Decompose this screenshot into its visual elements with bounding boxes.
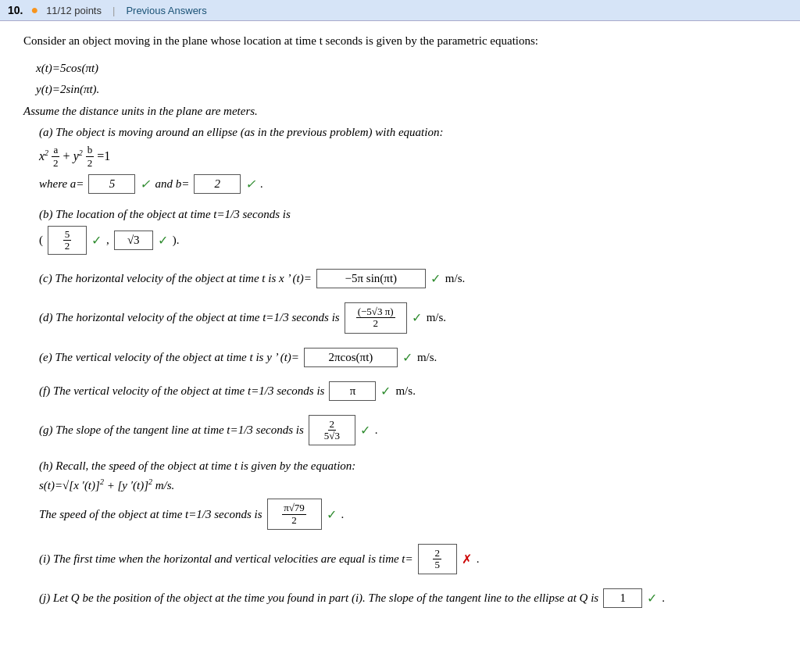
b-val2: √3 [127,234,140,247]
e-answer-box[interactable]: 2πcos(πt) [304,348,398,367]
b-val1-box[interactable]: 5 2 [48,226,87,256]
previous-answers-link[interactable]: Previous Answers [126,5,206,16]
e-unit: m/s. [417,351,437,364]
part-f-row: (f) The vertical velocity of the object … [39,381,742,401]
e-answer: 2πcos(πt) [329,351,373,364]
x-equation: x(t)=5cos(πt) [36,58,742,79]
f-check: ✓ [380,384,391,399]
a-value-box[interactable]: 5 [88,174,135,194]
speed-equation: s(t)=√[x ′(t)]2 + [y ′(t)]2 m/s. [39,477,742,492]
part-b-answer-row: ( 5 2 ✓ , √3 ✓ ). [39,226,742,256]
part-a-label: (a) The object is moving around an ellip… [39,126,742,139]
part-g-label: (g) The slope of the tangent line at tim… [39,424,304,437]
part-j-row: (j) Let Q be the position of the object … [39,588,742,608]
part-e-row: (e) The vertical velocity of the object … [39,348,742,367]
c-unit: m/s. [445,272,465,285]
h-check: ✓ [327,507,337,522]
a-check-icon: ✓ [140,177,150,191]
comma: , [106,234,109,247]
i-answer-box[interactable]: 2 5 [418,544,457,575]
part-f: (f) The vertical velocity of the object … [23,381,742,401]
points-dot: ● [30,3,38,17]
header-bar: 10. ● 11/12 points | Previous Answers [0,0,800,21]
question-number: 10. [8,4,23,16]
f-unit: m/s. [395,384,415,398]
part-d-row: (d) The horizontal velocity of the objec… [39,302,742,334]
j-answer: 1 [620,592,626,605]
c-answer-box[interactable]: −5π sin(πt) [316,269,426,288]
g-answer-box[interactable]: 2 5√3 [309,415,355,446]
part-i: (i) The first time when the horizontal a… [23,544,742,575]
paren-open: ( [39,234,43,247]
part-b-label: (b) The location of the object at time t… [39,208,742,221]
part-c: (c) The horizontal velocity of the objec… [23,269,742,288]
d-answer-box[interactable]: (−5√3 π) 2 [345,302,407,334]
paren-close: ). [173,234,180,247]
b-check-icon: ✓ [245,177,255,191]
g-check: ✓ [360,423,370,438]
part-i-row: (i) The first time when the horizontal a… [39,544,742,575]
b-value-box[interactable]: 2 [194,174,241,194]
part-g: (g) The slope of the tangent line at tim… [23,415,742,446]
part-j-label: (j) Let Q be the position of the object … [39,592,598,605]
f-answer-box[interactable]: π [329,381,376,401]
part-d: (d) The horizontal velocity of the objec… [23,302,742,334]
speed-label: The speed of the object at time t=1/3 se… [39,508,262,521]
part-e-label: (e) The vertical velocity of the object … [39,351,299,364]
part-d-label: (d) The horizontal velocity of the objec… [39,311,340,324]
part-j: (j) Let Q be the position of the object … [23,588,742,608]
f-answer: π [350,384,356,398]
i-cross: ✗ [462,552,472,567]
part-h-speed-row: The speed of the object at time t=1/3 se… [39,499,742,530]
part-f-label: (f) The vertical velocity of the object … [39,384,324,398]
j-check: ✓ [647,591,657,606]
part-a-where-row: where a= 5 ✓ and b= 2 ✓ . [39,174,742,194]
h-answer-box[interactable]: π√79 2 [267,499,322,530]
y-equation: y(t)=2sin(πt). [36,79,742,100]
part-e: (e) The vertical velocity of the object … [23,348,742,367]
part-b: (b) The location of the object at time t… [23,208,742,256]
d-unit: m/s. [427,311,446,324]
part-h: (h) Recall, the speed of the object at t… [23,459,742,530]
b-val1-check: ✓ [91,233,102,248]
and-b-label: and b= [155,177,189,191]
assume-text: Assume the distance units in the plane a… [23,105,742,118]
c-check: ✓ [430,271,441,286]
d-check: ✓ [412,310,422,325]
part-g-row: (g) The slope of the tangent line at tim… [39,415,742,446]
part-c-label: (c) The horizontal velocity of the objec… [39,272,312,285]
equation-block: x(t)=5cos(πt) y(t)=2sin(πt). [36,58,742,100]
part-h-label: (h) Recall, the speed of the object at t… [39,459,742,473]
part-a: (a) The object is moving around an ellip… [23,126,742,194]
main-content: Consider an object moving in the plane w… [0,21,766,638]
part-c-row: (c) The horizontal velocity of the objec… [39,269,742,288]
j-answer-box[interactable]: 1 [603,588,642,608]
e-check: ✓ [402,350,412,365]
where-a-label: where a= [39,177,84,191]
b-val2-check: ✓ [158,233,168,248]
points-text: 11/12 points [46,5,102,16]
separator: | [112,5,115,16]
intro-text: Consider an object moving in the plane w… [23,32,742,50]
c-answer: −5π sin(πt) [345,272,398,285]
b-val2-box[interactable]: √3 [114,231,153,250]
part-i-label: (i) The first time when the horizontal a… [39,552,413,566]
ellipse-eq-display: x2 a 2 + y2 b 2 =1 [39,144,742,170]
